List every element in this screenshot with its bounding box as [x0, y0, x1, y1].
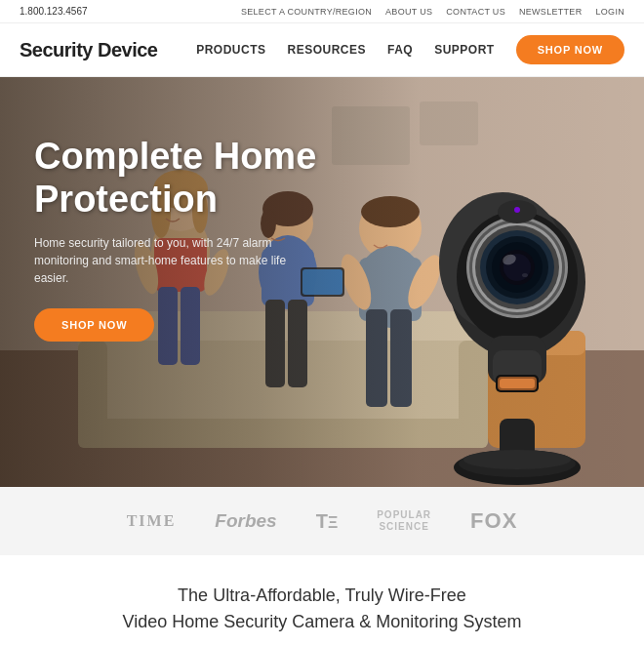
top-bar-links: SELECT A COUNTRY/REGION ABOUT US CONTACT…: [241, 7, 624, 17]
faq-link[interactable]: FAQ: [387, 43, 413, 57]
hero-subtitle: Home security tailored to you, with 24/7…: [34, 234, 288, 287]
svg-point-63: [463, 450, 571, 469]
top-bar: 1.800.123.4567 SELECT A COUNTRY/REGION A…: [0, 0, 644, 23]
navigation: Security Device PRODUCTS RESOURCES FAQ S…: [0, 23, 644, 77]
nav-shop-now-button[interactable]: SHOP NOW: [516, 35, 624, 64]
newsletter-link[interactable]: NEWSLETTER: [519, 7, 583, 17]
phone-number: 1.800.123.4567: [20, 6, 88, 17]
brand-techcrunch: TΞ: [316, 510, 339, 533]
contact-link[interactable]: CONTACT US: [446, 7, 505, 17]
camera-image: [420, 155, 615, 487]
site-logo[interactable]: Security Device: [20, 39, 157, 61]
products-link[interactable]: PRODUCTS: [196, 43, 265, 57]
brand-fox: FOX: [470, 508, 517, 534]
tagline-text: The Ultra-Affordable, Truly Wire-Free Vi…: [20, 583, 624, 635]
tagline-section: The Ultra-Affordable, Truly Wire-Free Vi…: [0, 555, 644, 646]
hero-content: Complete Home Protection Home security t…: [34, 136, 346, 342]
select-country-link[interactable]: SELECT A COUNTRY/REGION: [241, 7, 372, 17]
svg-point-54: [514, 207, 520, 213]
svg-rect-59: [500, 379, 535, 388]
hero-cta-button[interactable]: SHOP NOW: [34, 308, 154, 342]
nav-links: PRODUCTS RESOURCES FAQ SUPPORT SHOP NOW: [196, 35, 624, 64]
brand-time: TIME: [127, 512, 177, 530]
support-link[interactable]: SUPPORT: [434, 43, 495, 57]
login-link[interactable]: LOGIN: [595, 7, 624, 17]
brand-forbes: Forbes: [215, 510, 276, 532]
brands-bar: TIME Forbes TΞ POPULAR SCIENCE FOX: [0, 487, 644, 555]
hero-section: Complete Home Protection Home security t…: [0, 77, 644, 487]
hero-title: Complete Home Protection: [34, 136, 346, 221]
brand-popular-science: POPULAR SCIENCE: [377, 509, 431, 533]
svg-point-52: [522, 273, 528, 277]
about-link[interactable]: ABOUT US: [385, 7, 432, 17]
resources-link[interactable]: RESOURCES: [287, 43, 366, 57]
